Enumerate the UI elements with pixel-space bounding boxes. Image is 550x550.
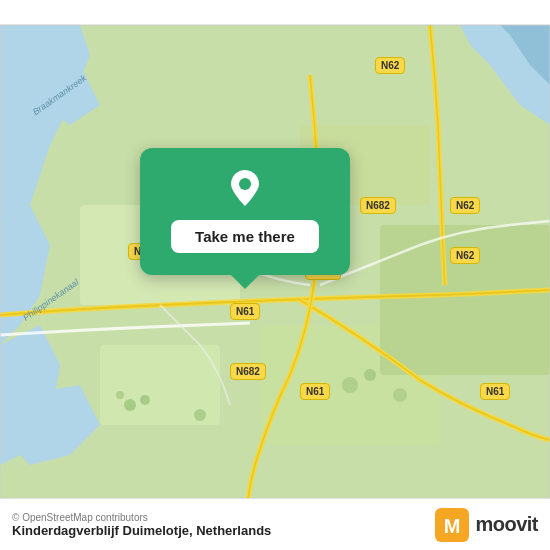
- bottom-info: © OpenStreetMap contributors Kinderdagve…: [12, 511, 271, 538]
- road-badge-n61_right: N61: [480, 383, 510, 400]
- location-name: Kinderdagverblijf Duimelotje, Netherland…: [12, 523, 271, 538]
- location-popup: Take me there: [140, 148, 350, 275]
- road-badge-n62_mid: N62: [450, 197, 480, 214]
- road-badge-n682_top: N682: [360, 197, 396, 214]
- svg-point-13: [124, 399, 136, 411]
- road-badge-n61_bot: N61: [300, 383, 330, 400]
- svg-point-21: [239, 178, 251, 190]
- svg-point-16: [194, 409, 206, 421]
- road-badge-n61_mid: N61: [230, 303, 260, 320]
- svg-point-14: [140, 395, 150, 405]
- moovit-brand-text: moovit: [475, 513, 538, 536]
- moovit-icon: M: [435, 508, 469, 542]
- svg-point-15: [116, 391, 124, 399]
- road-badge-n62_top: N62: [375, 57, 405, 74]
- svg-point-19: [393, 388, 407, 402]
- copyright-text: © OpenStreetMap contributors: [12, 512, 271, 523]
- road-badge-n62_bot: N62: [450, 247, 480, 264]
- svg-point-18: [364, 369, 376, 381]
- svg-point-17: [342, 377, 358, 393]
- take-me-there-button[interactable]: Take me there: [171, 220, 319, 253]
- bottom-bar: © OpenStreetMap contributors Kinderdagve…: [0, 498, 550, 550]
- map-container: N61N61N61N61N682N682N682N62N62N62 Braakm…: [0, 0, 550, 550]
- location-pin-icon: [223, 166, 267, 210]
- moovit-logo: M moovit: [435, 508, 538, 542]
- road-badge-n682_bot: N682: [230, 363, 266, 380]
- svg-text:M: M: [444, 515, 461, 537]
